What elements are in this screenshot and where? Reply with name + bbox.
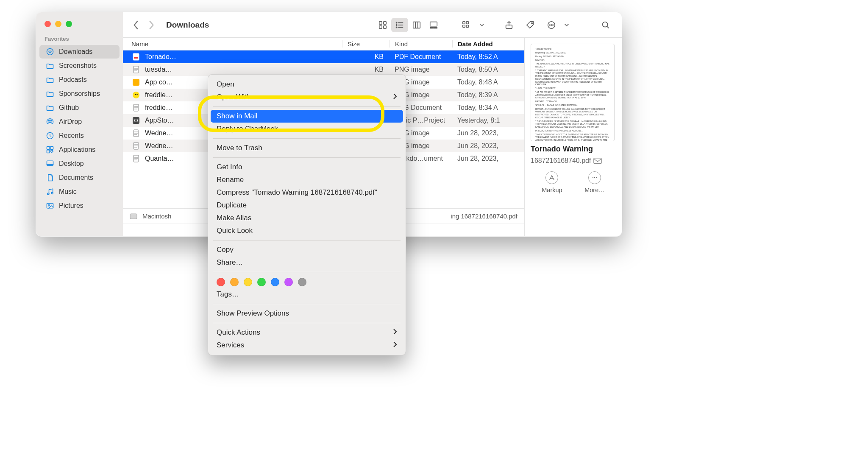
ctx-move-to-trash[interactable]: Move to Trash [208,142,406,154]
markup-action[interactable]: Markup [542,171,562,193]
gallery-view-button[interactable] [425,18,442,32]
svg-point-74 [594,177,595,178]
svg-rect-43 [134,57,138,59]
ctx-copy[interactable]: Copy [208,243,406,256]
svg-line-41 [607,26,609,28]
ctx-show-preview-options[interactable]: Show Preview Options [208,307,406,320]
group-button[interactable] [458,18,475,32]
svg-point-51 [136,94,137,95]
svg-point-1 [49,121,51,123]
ctx-separator [213,240,401,240]
svg-point-75 [596,177,597,178]
sidebar-item-label: Pictures [59,202,83,210]
sidebar-item-pictures[interactable]: Pictures [39,199,120,213]
minimize-window-button[interactable] [55,21,61,27]
file-icon [131,154,141,163]
tag-color[interactable] [298,278,306,286]
list-view-button[interactable] [391,18,408,32]
ctx-item-label: Move to Trash [217,144,262,152]
sidebar-item-documents[interactable]: Documents [39,171,120,185]
sidebar-item-github[interactable]: Github [39,101,120,115]
tags-button[interactable] [522,18,539,32]
zoom-window-button[interactable] [66,21,72,27]
tag-color[interactable] [257,278,266,286]
group-menu-chevron-icon[interactable] [479,22,484,28]
ctx-reply-to-charmeck[interactable]: Reply to CharMeck [208,123,406,135]
ctx-quick-look[interactable]: Quick Look [208,224,406,237]
column-size[interactable]: Size [342,40,389,48]
apps-icon [45,145,55,154]
ctx-open[interactable]: Open [208,78,406,91]
sidebar-item-podcasts[interactable]: Podcasts [39,73,120,87]
tag-color[interactable] [217,278,225,286]
ctx-item-label: Share… [217,258,243,267]
ctx-open-with[interactable]: Open With [208,91,406,103]
tag-color[interactable] [244,278,252,286]
sidebar-item-label: Sponsorships [59,90,100,98]
column-kind[interactable]: Kind [389,40,452,48]
markup-icon [545,171,558,184]
clock-icon [45,131,55,140]
tag-color[interactable] [284,278,293,286]
file-kind: PNG image [389,66,452,73]
ctx-share[interactable]: Share… [208,256,406,269]
icon-view-button[interactable] [374,18,391,32]
pictures-icon [45,201,55,210]
more-icon [588,171,601,184]
chevron-right-icon [393,341,397,350]
file-icon [131,65,141,74]
ctx-services[interactable]: Services [208,339,406,352]
folder-icon [45,103,55,112]
sidebar-item-music[interactable]: Music [39,185,120,199]
close-window-button[interactable] [45,21,51,27]
tag-color[interactable] [230,278,239,286]
svg-point-21 [396,27,397,28]
ctx-get-info[interactable]: Get Info [208,161,406,173]
sidebar-item-airdrop[interactable]: AirDrop [39,115,120,129]
action-button[interactable] [543,18,560,32]
sidebar-item-downloads[interactable]: Downloads [39,45,120,59]
mail-badge-icon [593,158,602,164]
svg-point-11 [48,205,50,206]
forward-button[interactable] [146,19,157,31]
sidebar-item-applications[interactable]: Applications [39,143,120,157]
file-date: Today, 8:50 A [452,66,524,73]
sidebar-item-screenshots[interactable]: Screenshots [39,59,120,73]
folder-icon [45,75,55,84]
back-button[interactable] [131,19,142,31]
ctx-quick-actions[interactable]: Quick Actions [208,326,406,339]
more-action[interactable]: More… [584,171,605,193]
action-menu-chevron-icon[interactable] [564,22,569,28]
file-date: Jun 28, 2023, [452,142,524,150]
ctx-show-in-mail[interactable]: Show in Mail [211,110,403,123]
ctx-tags[interactable]: Tags… [208,288,406,301]
svg-rect-26 [431,27,432,28]
file-date: Jun 28, 2023, [452,155,524,162]
svg-rect-31 [463,25,465,28]
file-icon [131,141,141,151]
search-button[interactable] [597,18,614,32]
svg-point-35 [531,22,532,23]
sidebar: Favorites DownloadsScreenshotsPodcastsSp… [36,12,123,236]
sidebar-item-recents[interactable]: Recents [39,129,120,143]
ctx-rename[interactable]: Rename [208,173,406,186]
sidebar-item-label: Desktop [59,160,84,168]
ctx-make-alias[interactable]: Make Alias [208,212,406,224]
sidebar-item-sponsorships[interactable]: Sponsorships [39,87,120,101]
ctx-compress-tornado-warning-1687216168740-pdf[interactable]: Compress "Tornado Warning 1687216168740.… [208,186,406,199]
sidebar-item-desktop[interactable]: Desktop [39,157,120,171]
svg-rect-25 [430,22,437,26]
preview-thumbnail[interactable]: Tornado WarningBeginning: 2023-06-19T22:… [531,44,615,141]
path-root[interactable]: Macintosh [142,213,171,220]
file-row[interactable]: Tornado…KBPDF DocumentToday, 8:52 A [123,50,524,63]
ctx-duplicate[interactable]: Duplicate [208,199,406,212]
path-current[interactable]: ing 1687216168740.pdf [451,213,517,220]
svg-point-49 [133,92,139,98]
column-date-added[interactable]: Date Added [452,40,524,48]
column-name[interactable]: Name [131,40,342,48]
column-view-button[interactable] [408,18,425,32]
ctx-item-label: Compress "Tornado Warning 1687216168740.… [217,188,377,197]
svg-point-38 [551,25,552,25]
share-button[interactable] [501,18,517,32]
tag-color[interactable] [271,278,279,286]
